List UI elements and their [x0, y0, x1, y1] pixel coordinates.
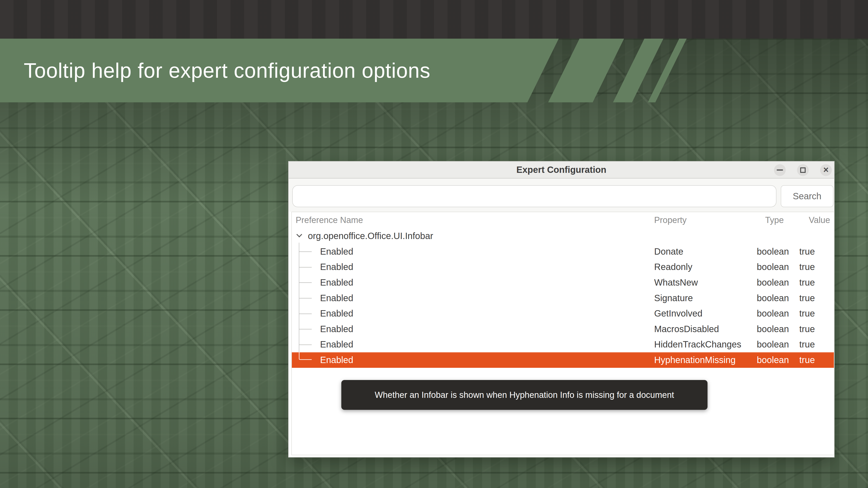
tree-elbow-connector — [299, 352, 312, 360]
row-value: true — [799, 275, 815, 290]
row-type: boolean — [757, 259, 789, 275]
row-type: boolean — [757, 321, 789, 337]
row-name: Enabled — [320, 337, 353, 352]
minimize-icon — [777, 169, 783, 170]
search-panel: Search — [289, 178, 834, 212]
row-name: Enabled — [320, 275, 353, 290]
table-row[interactable]: Enabled HiddenTrackChanges boolean true — [292, 337, 834, 352]
row-value: true — [799, 244, 815, 259]
close-button[interactable]: × — [820, 164, 832, 176]
header-preference-name[interactable]: Preference Name — [296, 212, 363, 228]
root-node-label: org.openoffice.Office.UI.Infobar — [308, 228, 433, 244]
row-type: boolean — [757, 352, 789, 368]
row-property: Donate — [654, 244, 683, 259]
chevron-down-icon[interactable] — [297, 232, 301, 237]
row-value: true — [799, 352, 815, 368]
banner-stripe-1 — [548, 39, 624, 102]
row-property: HyphenationMissing — [654, 352, 736, 368]
dialog-title: Expert Configuration — [517, 165, 607, 175]
row-value: true — [799, 290, 815, 306]
row-property: Readonly — [654, 259, 692, 275]
header-value[interactable]: Value — [809, 212, 830, 228]
expert-configuration-dialog: Expert Configuration × Search Preference… — [288, 161, 835, 457]
banner-title: Tooltip help for expert configuration op… — [24, 39, 430, 102]
window-controls: × — [774, 162, 832, 178]
table-row[interactable]: Enabled Readonly boolean true — [292, 259, 834, 275]
row-type: boolean — [757, 337, 789, 352]
close-icon: × — [823, 165, 829, 174]
tooltip-text: Whether an Infobar is shown when Hyphena… — [375, 390, 674, 400]
header-property[interactable]: Property — [654, 212, 687, 228]
row-property: MacrosDisabled — [654, 321, 719, 337]
table-row-selected[interactable]: Enabled HyphenationMissing boolean true — [292, 352, 834, 368]
row-type: boolean — [757, 275, 789, 290]
header-type[interactable]: Type — [765, 212, 784, 228]
row-value: true — [799, 321, 815, 337]
tooltip-popup: Whether an Infobar is shown when Hyphena… — [341, 380, 708, 410]
row-property: HiddenTrackChanges — [654, 337, 741, 352]
row-property: WhatsNew — [654, 275, 698, 290]
table-header-row: Preference Name Property Type Value — [292, 212, 834, 228]
row-type: boolean — [757, 306, 789, 321]
row-value: true — [799, 306, 815, 321]
row-name: Enabled — [320, 306, 353, 321]
dialog-titlebar[interactable]: Expert Configuration — [289, 162, 834, 178]
tree-root-row[interactable]: org.openoffice.Office.UI.Infobar — [292, 228, 834, 244]
row-property: Signature — [654, 290, 693, 306]
maximize-button[interactable] — [797, 164, 809, 176]
screenshot-stage: Tooltip help for expert configuration op… — [0, 0, 868, 488]
row-name: Enabled — [320, 259, 353, 275]
row-type: boolean — [757, 244, 789, 259]
row-name: Enabled — [320, 352, 353, 368]
row-name: Enabled — [320, 244, 353, 259]
table-row[interactable]: Enabled Donate boolean true — [292, 244, 834, 259]
row-value: true — [799, 337, 815, 352]
table-row[interactable]: Enabled GetInvolved boolean true — [292, 306, 834, 321]
row-type: boolean — [757, 290, 789, 306]
top-dark-strip — [0, 0, 868, 39]
table-row[interactable]: Enabled WhatsNew boolean true — [292, 275, 834, 290]
table-row[interactable]: Enabled MacrosDisabled boolean true — [292, 321, 834, 337]
row-name: Enabled — [320, 321, 353, 337]
row-value: true — [799, 259, 815, 275]
search-button[interactable]: Search — [781, 185, 833, 207]
search-input[interactable] — [292, 185, 776, 207]
minimize-button[interactable] — [774, 164, 786, 176]
row-name: Enabled — [320, 290, 353, 306]
table-row[interactable]: Enabled Signature boolean true — [292, 290, 834, 306]
maximize-icon — [800, 167, 806, 173]
preferences-table: Preference Name Property Type Value org.… — [291, 212, 834, 455]
feature-banner: Tooltip help for expert configuration op… — [0, 39, 868, 102]
row-property: GetInvolved — [654, 306, 702, 321]
